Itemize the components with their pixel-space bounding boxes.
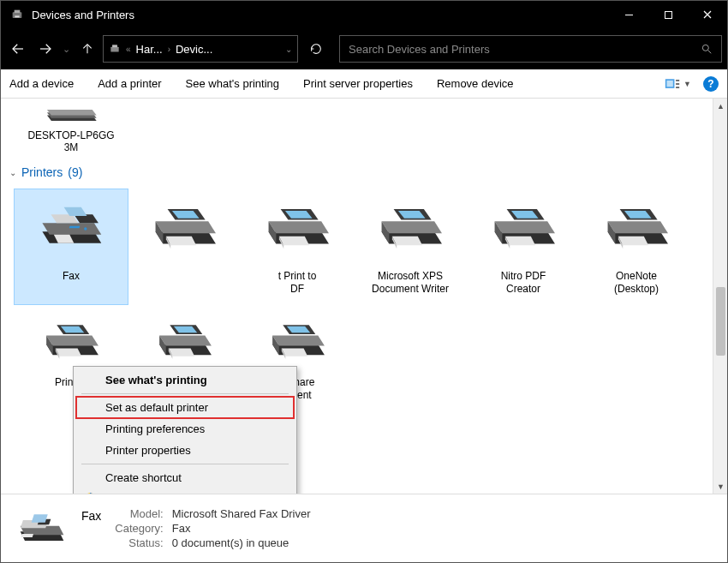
printer-icon [258,195,337,263]
ctx-create-shortcut[interactable]: Create shortcut [76,467,294,488]
svg-line-13 [708,51,712,54]
svg-rect-1 [15,10,21,13]
view-options-button[interactable]: ▼ [665,78,691,90]
printer-icon [597,195,676,263]
ctx-set-as-default-printer[interactable]: Set as default printer [76,397,294,418]
printer-label-line1: Fax [18,270,124,283]
breadcrumb-seg1[interactable]: Har... [136,43,163,56]
breadcrumb-back-chevron[interactable]: « [126,45,131,54]
printer-item[interactable]: t Print toDF [241,189,354,304]
breadcrumb-chevron-icon[interactable]: › [168,45,170,54]
window-icon [9,7,25,22]
maximize-button[interactable] [648,1,688,28]
help-button[interactable]: ? [703,76,719,92]
svg-rect-91 [21,534,33,537]
recent-locations-chevron[interactable]: ⌄ [63,44,70,55]
group-label: Printers [21,165,63,179]
close-button[interactable] [688,1,727,28]
printer-icon [484,195,563,263]
svg-marker-35 [166,237,196,246]
svg-rect-10 [110,47,118,52]
scroll-down-button[interactable]: ▼ [713,479,727,494]
device-label-line1: DESKTOP-LP6GG [20,129,122,141]
svg-rect-16 [676,80,679,81]
svg-rect-11 [112,45,117,47]
details-status-value: 0 document(s) in queue [172,536,311,549]
collapse-chevron-icon[interactable]: ⌄ [9,168,16,177]
svg-marker-63 [618,237,648,246]
svg-marker-45 [382,221,442,233]
minimize-button[interactable] [609,1,648,28]
group-count: (9) [68,165,82,179]
search-icon [701,43,713,55]
forward-button[interactable] [33,37,57,61]
devices-group-partial: DESKTOP-LP6GG 3M [1,99,713,153]
svg-rect-4 [665,11,671,18]
location-icon [109,43,121,55]
breadcrumb-seg2[interactable]: Devic... [176,43,212,56]
printer-icon [258,314,337,369]
svg-point-28 [84,227,87,230]
up-button[interactable] [75,37,99,61]
window-controls [609,1,727,28]
ctx-see-whats-printing[interactable]: See what's printing [76,369,294,391]
search-box[interactable]: Search Devices and Printers [339,35,722,63]
address-bar[interactable]: « Har... › Devic... ⌄ [103,35,298,63]
svg-rect-2 [15,15,19,17]
details-pane: Fax Model: Microsoft Shared Fax Driver C… [1,494,727,562]
ctx-printing-preferences[interactable]: Printing preferences [76,418,294,440]
printer-icon [145,314,224,369]
device-label-line2: 3M [20,141,122,153]
svg-marker-42 [279,237,309,246]
printers-grid: Fax t Print toDF Microsoft XPSDocument W… [1,184,713,304]
scroll-up-button[interactable]: ▲ [713,99,727,113]
ctx-printer-properties[interactable]: Printer properties [76,440,294,461]
printer-label-line2: (Desktop) [583,283,689,296]
device-desktop[interactable]: DESKTOP-LP6GG 3M [20,102,122,153]
svg-marker-56 [505,237,535,246]
printer-label-line1: Nitro PDF [470,270,576,283]
cmd-see-printing[interactable]: See what's printing [186,77,279,90]
command-bar: Add a device Add a printer See what's pr… [1,69,727,99]
cmd-remove-device[interactable]: Remove device [437,77,514,90]
details-category-value: Fax [172,522,311,535]
printer-label-line1: OneNote [583,270,689,283]
chevron-down-icon: ▼ [683,80,691,88]
breadcrumb-dropdown-icon[interactable]: ⌄ [285,45,292,54]
printer-item[interactable]: OneNote(Desktop) [580,189,693,304]
ctx-remove-device[interactable]: Remove device [76,488,294,494]
svg-marker-70 [56,349,81,356]
printer-item[interactable]: Fax [15,189,128,304]
scroll-thumb[interactable] [716,287,725,356]
svg-marker-59 [608,221,668,233]
ctx-separator [81,393,289,394]
cmd-add-printer[interactable]: Add a printer [98,77,161,90]
printer-icon [32,314,110,369]
svg-marker-38 [269,221,329,233]
cmd-add-device[interactable]: Add a device [9,77,74,90]
svg-marker-77 [169,349,194,356]
devices-and-printers-window: Devices and Printers ⌄ « Har... › Devic.… [0,0,728,563]
refresh-button[interactable] [301,35,331,63]
printer-item[interactable]: Microsoft XPSDocument Writer [354,189,467,304]
details-thumbnail [13,505,68,553]
uac-shield-icon [83,492,97,494]
svg-rect-15 [667,80,673,86]
cmd-print-server-properties[interactable]: Print server properties [303,77,413,90]
printer-item[interactable]: Nitro PDFCreator [467,189,580,304]
printer-label-line1: t Print to [244,270,350,283]
svg-marker-31 [156,221,216,233]
printer-label-line2: DF [244,283,350,296]
printer-item[interactable] [128,189,241,304]
vertical-scrollbar[interactable]: ▲ ▼ [713,99,727,494]
svg-rect-17 [676,83,679,85]
details-name: Fax [81,507,106,523]
group-header-printers[interactable]: ⌄ Printers (9) [1,153,713,184]
svg-marker-21 [47,110,97,116]
details-category-label: Category: [115,522,163,535]
printer-icon [145,195,224,263]
back-button[interactable] [6,37,30,61]
fax-icon [32,195,110,263]
printer-label-line2: Document Writer [357,283,463,296]
svg-marker-84 [282,349,307,356]
